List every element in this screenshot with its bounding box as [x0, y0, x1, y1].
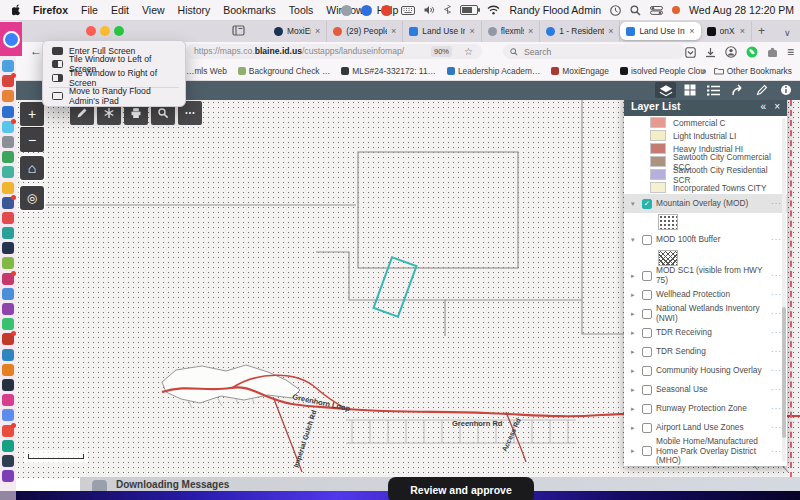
- list-all-tabs-button[interactable]: ∨: [784, 25, 791, 41]
- layer-row-national-wetlands-inventory-nwi[interactable]: ▸National Wetlands Inventory (NWI)···: [624, 304, 787, 323]
- hamburger-menu-icon[interactable]: ≡: [787, 45, 794, 59]
- tab-close-button[interactable]: ×: [391, 26, 396, 36]
- layers-tool-button[interactable]: [655, 82, 676, 98]
- status-app-icon-blue[interactable]: [361, 5, 372, 16]
- control-center-icon[interactable]: [650, 6, 663, 15]
- expand-arrow-icon[interactable]: ▸: [631, 291, 638, 299]
- layer-options-icon[interactable]: ···: [771, 328, 782, 337]
- layer-checkbox[interactable]: [642, 385, 652, 395]
- menu-item-tile-window-to-right-of-screen[interactable]: Tile Window to Right of Screen: [43, 71, 185, 85]
- dock-app-icon[interactable]: [2, 333, 14, 345]
- tab-moxiengage[interactable]: MoxiEngage×: [268, 20, 327, 42]
- bluetooth-icon[interactable]: [444, 5, 451, 16]
- dock-app-icon[interactable]: [2, 409, 14, 421]
- layer-options-icon[interactable]: ···: [771, 290, 782, 299]
- menu-bar-clock[interactable]: Wed Aug 28 12:20 PM: [689, 4, 794, 16]
- volume-icon[interactable]: [424, 5, 435, 15]
- bookmark-mls-web[interactable]: …mls Web: [186, 66, 227, 76]
- draw-button[interactable]: [751, 82, 772, 98]
- layer-options-icon[interactable]: ···: [771, 271, 782, 280]
- dock-app-icon[interactable]: [2, 242, 14, 254]
- dock-app-icon[interactable]: [2, 182, 14, 194]
- layer-checkbox[interactable]: [642, 347, 652, 357]
- bookmark-background-check[interactable]: Background Check …: [238, 66, 330, 76]
- other-bookmarks-folder[interactable]: Other Bookmarks: [714, 66, 792, 76]
- wifi-icon[interactable]: [487, 5, 500, 15]
- layer-row-community-housing-overlay[interactable]: ▸Community Housing Overlay···: [624, 361, 787, 380]
- dock-highlight-tile[interactable]: [0, 22, 22, 56]
- basemap-gallery-button[interactable]: [679, 82, 700, 98]
- tab-close-button[interactable]: ×: [528, 26, 533, 36]
- layer-options-icon[interactable]: ···: [771, 404, 782, 413]
- dock-app-icon[interactable]: [2, 166, 14, 178]
- menu-view[interactable]: View: [142, 4, 165, 16]
- menu-item-move-to-randy-flood-admin-s-ipad[interactable]: Move to Randy Flood Admin's iPad: [43, 90, 185, 104]
- layer-checkbox[interactable]: [642, 366, 652, 376]
- dock-app-icon[interactable]: [2, 349, 14, 361]
- layer-row-wellhead-protection[interactable]: ▸Wellhead Protection···: [624, 285, 787, 304]
- logged-in-user[interactable]: Randy Flood Admin: [509, 4, 601, 16]
- home-extent-button[interactable]: ⌂: [20, 156, 44, 180]
- expand-arrow-icon[interactable]: ▸: [631, 447, 638, 455]
- layer-row-mod-sc1-visible-from-hwy-75[interactable]: ▸MOD SC1 (visible from HWY 75)···: [624, 266, 787, 285]
- library-icon[interactable]: [232, 24, 245, 37]
- dock-app-icon[interactable]: [2, 106, 14, 118]
- layer-row-seasonal-use[interactable]: ▸Seasonal Use···: [624, 380, 787, 399]
- expand-arrow-icon[interactable]: ▾: [631, 236, 638, 244]
- url-bar[interactable]: https://maps.co.blaine.id.us/custapps/la…: [186, 44, 482, 59]
- scrollbar-thumb[interactable]: [782, 307, 786, 438]
- tab-1-residential-fle[interactable]: 1 - Residential | fle…×: [540, 20, 620, 42]
- layer-options-icon[interactable]: ···: [771, 366, 782, 375]
- dock-app-icon[interactable]: [2, 303, 14, 315]
- bookmarks-overflow-icon[interactable]: »: [701, 66, 706, 76]
- tab-29-people-cloze[interactable]: (29) People | Cloze×: [327, 20, 403, 42]
- layer-checkbox[interactable]: [642, 290, 652, 300]
- directions-button[interactable]: [727, 82, 748, 98]
- dock-app-icon[interactable]: [2, 318, 14, 330]
- bookmark-isolved-people-cloud[interactable]: isolved People Cloud: [620, 66, 706, 76]
- dock-app-icon[interactable]: [2, 425, 14, 437]
- expand-arrow-icon[interactable]: ▸: [631, 272, 638, 280]
- tab-land-use-informa[interactable]: Land Use Informa…×: [403, 20, 481, 42]
- layer-row-mod-100ft-buffer[interactable]: ▾MOD 100ft Buffer···: [624, 230, 787, 249]
- search-bar[interactable]: [503, 44, 685, 59]
- dock-app-icon[interactable]: [2, 470, 14, 482]
- menu-bookmarks[interactable]: Bookmarks: [223, 4, 276, 16]
- page-zoom-indicator[interactable]: 90%: [431, 46, 452, 57]
- layer-row-airport-land-use-zones[interactable]: ▸Airport Land Use Zones···: [624, 418, 787, 437]
- menu-edit[interactable]: Edit: [111, 4, 129, 16]
- layer-options-icon[interactable]: ···: [771, 385, 782, 394]
- dock-app-icon[interactable]: [2, 151, 14, 163]
- layer-checkbox[interactable]: [642, 309, 652, 319]
- status-app-icon-gray[interactable]: [341, 5, 352, 16]
- clock-icon[interactable]: [610, 5, 621, 16]
- apple-menu-icon[interactable]: [12, 4, 23, 17]
- layer-row-tdr-sending[interactable]: ▸TDR Sending···: [624, 342, 787, 361]
- layer-options-icon[interactable]: ···: [771, 423, 782, 432]
- account-icon[interactable]: [725, 46, 737, 58]
- tab-close-button[interactable]: ×: [315, 26, 320, 36]
- layer-options-icon[interactable]: ···: [771, 235, 782, 244]
- back-button[interactable]: ←: [30, 44, 42, 58]
- bookmark-leadership-academ[interactable]: Leadership Academ…: [447, 66, 540, 76]
- bookmark-moxiengage[interactable]: MoxiEngage: [551, 66, 609, 76]
- pocket-icon[interactable]: [685, 47, 696, 58]
- expand-arrow-icon[interactable]: ▸: [631, 386, 638, 394]
- downloads-icon[interactable]: [705, 47, 716, 58]
- keyboard-icon[interactable]: [401, 6, 415, 15]
- expand-arrow-icon[interactable]: ▸: [631, 348, 638, 356]
- whatsapp-extension-icon[interactable]: [746, 46, 758, 58]
- expand-arrow-icon[interactable]: ▸: [631, 405, 638, 413]
- legend-button[interactable]: [703, 82, 724, 98]
- tab-land-use-informati[interactable]: Land Use Informati…×: [620, 22, 700, 40]
- dock-app-icon[interactable]: [2, 364, 14, 376]
- layer-options-icon[interactable]: ···: [771, 309, 782, 318]
- layer-row-runway-protection-zone[interactable]: ▸Runway Protection Zone···: [624, 399, 787, 418]
- expand-arrow-icon[interactable]: ▸: [631, 424, 638, 432]
- dock-app-icon[interactable]: [2, 379, 14, 391]
- expand-arrow-icon[interactable]: ▸: [631, 329, 638, 337]
- layer-options-icon[interactable]: ···: [771, 447, 782, 456]
- panel-scrollbar[interactable]: [782, 118, 786, 462]
- layer-checkbox[interactable]: [642, 235, 652, 245]
- panel-close-icon[interactable]: ×: [774, 101, 780, 112]
